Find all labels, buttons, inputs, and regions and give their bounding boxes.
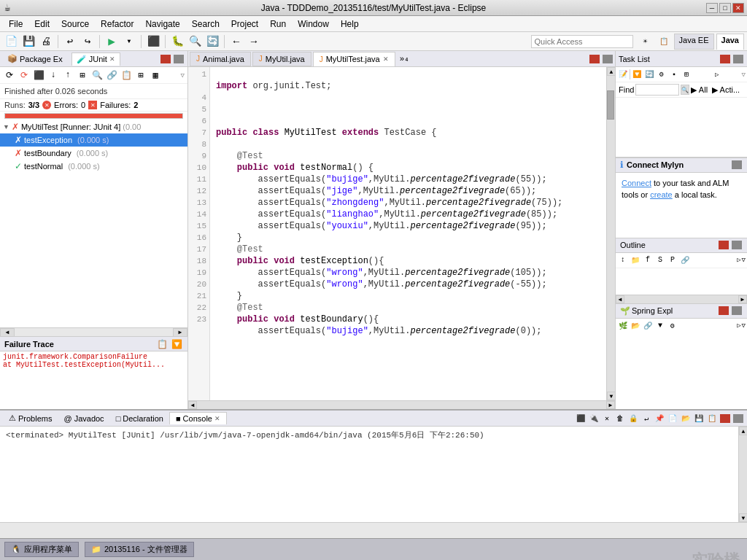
console-open[interactable]: 📂 [680,413,692,424]
taskbar-app-menu[interactable]: 🐧 应用程序菜单 [4,542,79,557]
perspective-java[interactable]: Java [716,34,744,50]
junit-tab-close[interactable]: ✕ [109,55,115,63]
find-search-btn[interactable]: 🔍 [681,85,689,95]
editor-tab-animal[interactable]: J Animal.java [190,52,251,66]
restore-button[interactable]: □ [719,3,731,13]
junit-history[interactable]: 📋 [120,69,133,82]
spring-btn-3[interactable]: 🔗 [642,320,654,332]
spring-more[interactable]: ▷ [737,322,740,330]
console-terminate[interactable]: ⬛ [575,413,587,424]
new-button[interactable]: 📄 [3,34,19,50]
junit-filter[interactable]: 🔍 [90,69,104,82]
outline-categories[interactable]: 📁 [630,254,641,266]
editor-tab-more[interactable]: »₄ [397,52,412,65]
ft-filter[interactable]: 🔽 [170,338,183,351]
console-scroll-lock[interactable]: 🔒 [627,413,639,424]
left-scroll-track[interactable] [15,328,173,337]
test-item-exception[interactable]: ✗ testException (0.000 s) [0,133,187,147]
console-scroll-up[interactable]: ▲ [739,427,747,435]
editor-minimize[interactable] [589,55,600,63]
spring-btn-4[interactable]: ▼ [654,320,666,332]
menu-search[interactable]: Search [186,18,225,31]
editor-scroll-right[interactable]: ▶ [606,401,615,409]
run-button[interactable]: ▶ [104,34,120,50]
menu-navigate[interactable]: Navigate [139,18,185,31]
editor-maximize[interactable] [603,55,613,63]
outline-more[interactable]: ▷ [737,256,740,264]
menu-source[interactable]: Source [55,18,95,31]
test-item-boundary[interactable]: ✗ testBoundary (0.000 s) [0,147,187,160]
debug-button[interactable]: 🐛 [169,34,185,50]
console-save[interactable]: 💾 [693,413,705,424]
editor-scroll-left[interactable]: ◀ [188,401,197,409]
refresh-button[interactable]: 🔄 [204,34,220,50]
mylyn-connect-link[interactable]: Connect [622,179,651,187]
test-item-normal[interactable]: ✓ testNormal (0.000 s) [0,160,187,173]
console-disconnect[interactable]: 🔌 [588,413,600,424]
outline-hide-non-public[interactable]: P [667,254,678,266]
undo-button[interactable]: ↩ [62,34,78,50]
outline-minimize[interactable] [719,241,729,249]
junit-more[interactable]: ⊞ [134,69,147,82]
menu-run[interactable]: Run [264,18,292,31]
stop-button[interactable]: ⬛ [145,34,161,50]
tab-junit[interactable]: 🧪 JUnit ✕ [71,52,120,66]
junit-rerun[interactable]: ⟳ [3,69,16,82]
test-root-item[interactable]: ▼ ✗ MyUtilTest [Runner: JUnit 4] (0.00 [0,120,187,133]
menu-edit[interactable]: Edit [28,18,55,31]
code-editor[interactable]: import org.junit.Test; public class MyUt… [210,67,606,400]
editor-h-scrollbar[interactable]: ◀ ▶ [188,400,615,409]
tl-settings[interactable]: ⚙ [656,69,667,80]
quick-access-input[interactable] [531,35,633,48]
junit-link[interactable]: 🔗 [105,69,118,82]
bottom-maximize[interactable] [733,414,743,423]
tab-console[interactable]: ■ Console ✕ [169,412,227,424]
outline-sort[interactable]: ↕ [617,254,629,266]
junit-stop[interactable]: ⬛ [32,69,45,82]
menu-refactor[interactable]: Refactor [95,18,139,31]
console-v-scrollbar[interactable]: ▲ ▼ [738,427,747,522]
mylyn-create-link[interactable]: create [650,190,673,199]
search-button[interactable]: 🔍 [187,34,203,50]
tl-expand-down[interactable]: ▽ [742,71,746,79]
junit-expand[interactable]: ▽ [181,71,185,79]
console-page[interactable]: 📄 [667,413,678,424]
forward-button[interactable]: → [246,34,262,50]
tab-package-explorer[interactable]: 📦 Package Ex [3,52,67,65]
console-clear[interactable]: 🗑 [614,413,626,424]
spring-btn-2[interactable]: 📂 [630,320,641,332]
console-pin[interactable]: 📌 [654,413,665,424]
myutiltest-tab-close[interactable]: ✕ [383,55,389,63]
junit-collapse[interactable]: ⊞ [76,69,89,82]
redo-button[interactable]: ↪ [80,34,96,50]
perspective-btn-1[interactable]: ☀ [638,34,654,50]
perspective-btn-2[interactable]: 📋 [656,34,672,50]
bottom-minimize[interactable] [720,414,730,423]
spring-minimize[interactable] [719,306,729,315]
console-history[interactable]: 📋 [706,413,718,424]
left-scroll-right[interactable]: ▶ [173,328,187,337]
save-button[interactable]: 💾 [20,34,36,50]
spring-expand[interactable]: ▽ [742,322,746,330]
tab-problems[interactable]: ⚠ Problems [3,412,58,424]
left-h-scrollbar[interactable]: ◀ ▶ [0,327,187,336]
console-output[interactable]: <terminated> MyUtilTest [JUnit] /usr/lib… [0,427,738,522]
spring-maximize[interactable] [732,306,742,315]
tab-declaration[interactable]: □ Declaration [110,413,169,424]
editor-v-scrollbar[interactable]: ▲ ▼ [606,67,615,400]
outline-hide-static[interactable]: S [654,254,666,266]
perspective-java-ee[interactable]: Java EE [674,34,714,50]
run-arrow[interactable]: ▼ [121,34,137,50]
editor-tab-myutil[interactable]: J MyUtil.java [252,52,311,66]
task-list-maximize[interactable] [733,55,743,63]
outline-maximize[interactable] [732,241,742,249]
editor-tab-myutiltest[interactable]: J MyUtilTest.java ✕ [313,52,395,66]
tl-filter[interactable]: 🔽 [631,69,643,80]
outline-expand[interactable]: ▽ [742,256,746,264]
editor-scroll-track[interactable] [197,401,606,409]
menu-file[interactable]: File [3,18,28,31]
outline-h-scrollbar[interactable]: ◀ ▶ [616,295,747,303]
tl-expand[interactable]: ⊞ [681,69,692,80]
scroll-down-arrow[interactable]: ▼ [607,392,615,400]
task-list-find-input[interactable] [635,84,679,96]
